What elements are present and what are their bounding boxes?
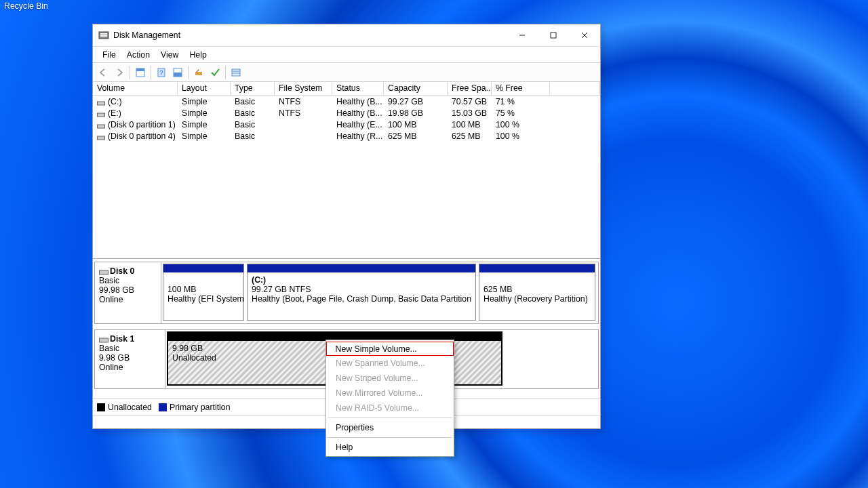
disk-management-icon [98, 30, 109, 41]
svg-rect-1 [100, 33, 107, 35]
col-free[interactable]: Free Spa... [448, 82, 492, 95]
title-bar: Disk Management [93, 24, 600, 47]
minimize-button[interactable] [507, 24, 538, 47]
disk-icon [99, 268, 108, 275]
menu-file[interactable]: File [97, 49, 121, 61]
disk0-part-c[interactable]: (C:) 99.27 GB NTFS Healthy (Boot, Page F… [247, 264, 476, 321]
disk0-part-recovery[interactable]: 625 MB Healthy (Recovery Partition) [479, 264, 595, 321]
svg-rect-8 [136, 68, 144, 71]
ctx-new-raid5-volume: New RAID-5 Volume... [326, 401, 454, 415]
forward-button[interactable] [111, 65, 127, 80]
col-fs[interactable]: File System [275, 82, 332, 95]
ctx-properties[interactable]: Properties [326, 420, 454, 435]
list-icon[interactable] [228, 65, 244, 80]
svg-rect-14 [232, 69, 240, 76]
disk0-label[interactable]: Disk 0 Basic 99.98 GB Online [95, 262, 161, 323]
desktop: Recycle Bin Disk Management File Action … [0, 0, 868, 488]
toolbar: ? [93, 63, 600, 82]
maximize-button[interactable] [538, 24, 569, 47]
volume-disk-icon [97, 110, 105, 117]
menu-help[interactable]: Help [184, 49, 212, 61]
svg-rect-22 [100, 338, 108, 342]
col-layout[interactable]: Layout [178, 82, 231, 95]
volume-row[interactable]: (Disk 0 partition 1)SimpleBasicHealthy (… [93, 119, 600, 130]
close-button[interactable] [569, 24, 600, 47]
disk1-label[interactable]: Disk 1 Basic 9.98 GB Online [95, 330, 165, 388]
window-title: Disk Management [113, 30, 507, 40]
ctx-new-mirrored-volume: New Mirrored Volume... [326, 386, 454, 401]
settings-icon[interactable] [191, 65, 207, 80]
col-pfree[interactable]: % Free [492, 82, 550, 95]
col-status[interactable]: Status [332, 82, 384, 95]
ctx-new-spanned-volume: New Spanned Volume... [326, 356, 454, 371]
show-top-icon[interactable] [132, 65, 149, 80]
volume-disk-icon [97, 99, 105, 105]
col-type[interactable]: Type [231, 82, 275, 95]
menu-action[interactable]: Action [121, 49, 155, 61]
svg-rect-2 [100, 35, 107, 37]
menu-bar: File Action View Help [93, 47, 600, 63]
back-button[interactable] [95, 65, 111, 80]
svg-rect-12 [174, 73, 182, 77]
svg-rect-13 [195, 72, 202, 75]
volume-row[interactable]: (Disk 0 partition 4)SimpleBasicHealthy (… [93, 130, 600, 142]
volume-disk-icon [97, 122, 105, 128]
disk0-block: Disk 0 Basic 99.98 GB Online 100 MB Heal… [94, 262, 599, 324]
disk-icon [99, 336, 108, 343]
volume-list[interactable]: Volume Layout Type File System Status Ca… [93, 82, 600, 258]
swatch-primary [159, 403, 167, 411]
svg-rect-18 [98, 113, 105, 117]
disk0-part-efi[interactable]: 100 MB Healthy (EFI System P [163, 264, 244, 321]
volume-list-header: Volume Layout Type File System Status Ca… [93, 82, 600, 96]
help-icon[interactable]: ? [153, 65, 170, 80]
volume-disk-icon [97, 134, 105, 140]
volume-row[interactable]: (C:)SimpleBasicNTFSHealthy (B...99.27 GB… [93, 96, 600, 107]
show-bottom-icon[interactable] [170, 65, 186, 80]
ctx-new-striped-volume: New Striped Volume... [326, 371, 454, 386]
ctx-help[interactable]: Help [326, 440, 454, 455]
context-menu: New Simple Volume... New Spanned Volume.… [326, 340, 454, 457]
swatch-unallocated [97, 403, 105, 411]
svg-rect-21 [100, 270, 108, 274]
col-volume[interactable]: Volume [93, 82, 178, 95]
svg-rect-4 [551, 33, 556, 38]
recycle-bin-label[interactable]: Recycle Bin [4, 1, 48, 11]
svg-rect-17 [98, 102, 105, 105]
volume-row[interactable]: (E:)SimpleBasicNTFSHealthy (B...19.98 GB… [93, 107, 600, 119]
svg-rect-19 [98, 125, 105, 128]
col-capacity[interactable]: Capacity [384, 82, 448, 95]
ctx-new-simple-volume[interactable]: New Simple Volume... [326, 342, 454, 356]
svg-text:?: ? [159, 69, 163, 76]
menu-view[interactable]: View [155, 49, 184, 61]
checkmark-icon[interactable] [207, 65, 223, 80]
svg-rect-20 [98, 136, 105, 140]
